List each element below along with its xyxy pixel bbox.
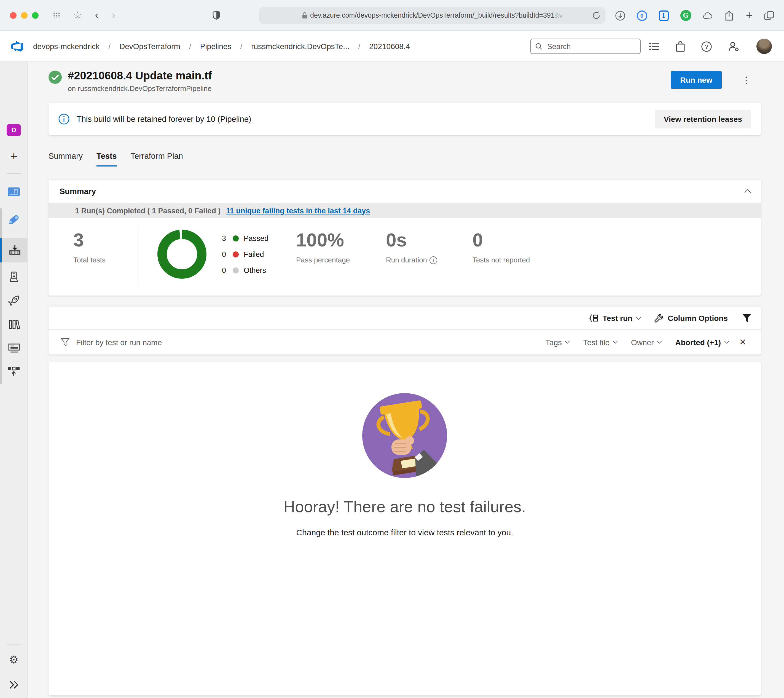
search-box[interactable] (530, 39, 641, 54)
forward-button[interactable]: › (112, 9, 115, 21)
retention-banner: This build will be retained forever by 1… (48, 103, 761, 135)
test-statistics: 3 Total tests 3Passed 0Fa (48, 218, 761, 296)
overview-icon[interactable] (0, 181, 28, 203)
others-dot-icon (233, 267, 239, 273)
build-tabs: Summary Tests Terraform Plan (48, 151, 784, 166)
runs-completed-text: 1 Run(s) Completed ( 1 Passed, 0 Failed … (75, 206, 221, 215)
address-bar[interactable]: dev.azure.com/devops-mckendrick/DevOpsTe… (259, 7, 605, 24)
marketplace-bag-icon[interactable] (676, 41, 685, 51)
filter-toggle-icon[interactable] (742, 314, 751, 323)
breadcrumb-organization[interactable]: devops-mckendrick (33, 42, 99, 51)
breadcrumb-separator: / (240, 42, 242, 51)
privacy-shield-icon[interactable] (212, 10, 221, 20)
breadcrumb-separator: / (189, 42, 191, 51)
tags-filter-dropdown[interactable]: Tags (545, 338, 569, 347)
run-duration-stat: 0s Run durationi (386, 230, 438, 264)
test-plans-icon[interactable] (0, 290, 28, 311)
empty-state-title: Hooray! There are no test failures. (283, 498, 526, 516)
browser-toolbar-right: 0 I G + (615, 0, 784, 31)
svg-text:?: ? (705, 43, 708, 50)
downloads-icon[interactable] (615, 10, 625, 20)
azure-devops-logo-icon[interactable] (10, 40, 24, 53)
pass-percentage-stat: 100% Pass percentage (296, 230, 350, 264)
my-work-items-icon[interactable] (649, 42, 659, 51)
collapse-chevron-icon[interactable] (744, 189, 751, 196)
tab-summary[interactable]: Summary (48, 151, 83, 166)
search-input[interactable] (546, 42, 636, 51)
tab-switcher-icon[interactable] (764, 10, 774, 20)
retention-message: This build will be retained forever by 1… (77, 115, 251, 123)
sidebar-item-builds-active[interactable] (0, 238, 28, 262)
breadcrumb-pipeline-name[interactable]: russmckendrick.DevOpsTe... (251, 42, 349, 51)
task-groups-icon[interactable] (0, 337, 28, 359)
breadcrumb-project[interactable]: DevOpsTerraform (119, 42, 180, 51)
tab-tests[interactable]: Tests (97, 151, 117, 166)
lock-icon (302, 12, 307, 19)
group-by-dropdown[interactable]: Test run (589, 314, 640, 323)
donut-legend: 3Passed 0Failed 0Others (218, 230, 268, 278)
test-results-toolbar-card: Test run Column Options Tags Test file O… (48, 307, 761, 354)
test-file-filter-dropdown[interactable]: Test file (583, 338, 617, 347)
filter-bar: Tags Test file Owner Aborted (+1) ✕ (48, 329, 761, 354)
view-retention-leases-button[interactable]: View retention leases (655, 110, 751, 128)
icloud-icon[interactable] (703, 10, 713, 20)
bookmarks-star-icon[interactable]: ☆ (73, 10, 82, 20)
share-icon[interactable] (724, 10, 734, 20)
close-filter-icon[interactable]: ✕ (739, 337, 746, 347)
header-icons: ? (649, 31, 784, 62)
tests-summary-card: Summary 1 Run(s) Completed ( 1 Passed, 0… (48, 180, 761, 296)
breadcrumb-pipelines[interactable]: Pipelines (200, 42, 232, 51)
library-icon[interactable] (0, 313, 28, 335)
column-options-label: Column Options (668, 314, 728, 323)
group-by-icon (589, 314, 598, 322)
settings-gear-icon[interactable]: ⚙ (0, 649, 28, 670)
deployment-groups-icon[interactable] (0, 361, 28, 383)
user-avatar[interactable] (756, 39, 772, 54)
passed-dot-icon (233, 235, 239, 242)
project-avatar[interactable]: D (0, 119, 28, 141)
filter-input[interactable] (75, 337, 531, 347)
grammarly-icon[interactable]: G (680, 10, 691, 21)
expand-sidebar-icon[interactable] (0, 674, 28, 696)
results-toolbar: Test run Column Options (48, 307, 761, 329)
run-new-button[interactable]: Run new (671, 71, 722, 89)
failing-tests-link[interactable]: 11 unique failing tests in the last 14 d… (226, 206, 370, 215)
outcome-filter-dropdown[interactable]: Aborted (+1) (675, 338, 728, 347)
breadcrumb-separator: / (358, 42, 361, 51)
search-icon (535, 43, 542, 50)
runs-summary-bar: 1 Run(s) Completed ( 1 Passed, 0 Failed … (48, 203, 761, 218)
breadcrumb-build-number[interactable]: 20210608.4 (369, 42, 410, 51)
tab-terraform-plan[interactable]: Terraform Plan (131, 151, 183, 166)
legend-others: 0Others (218, 262, 268, 278)
builds-icon (8, 245, 21, 256)
back-button[interactable]: ‹ (95, 9, 99, 21)
stats-divider (138, 225, 138, 287)
close-window-button[interactable] (10, 12, 16, 18)
zoom-window-button[interactable] (32, 12, 39, 18)
onepassword-icon[interactable]: 0 (636, 10, 647, 21)
wrench-icon (654, 314, 663, 323)
new-tab-icon[interactable]: + (746, 9, 753, 22)
duration-info-icon[interactable]: i (430, 256, 438, 264)
boards-icon[interactable] (0, 208, 28, 230)
build-header: #20210608.4 Update main.tf on russmckend… (28, 62, 784, 93)
success-check-icon (48, 71, 62, 84)
legend-failed: 0Failed (218, 247, 268, 262)
column-options-button[interactable]: Column Options (654, 314, 728, 323)
tests-not-reported-stat: 0 Tests not reported (473, 230, 530, 264)
breadcrumb-separator: / (108, 42, 110, 51)
tab-overview-icon[interactable] (53, 12, 61, 18)
add-icon[interactable]: + (0, 146, 28, 168)
minimize-window-button[interactable] (21, 12, 28, 18)
pass-donut-chart (153, 226, 211, 283)
chevron-down-icon (636, 315, 641, 320)
user-settings-icon[interactable] (728, 41, 740, 51)
help-icon[interactable]: ? (701, 41, 712, 51)
owner-filter-dropdown[interactable]: Owner (631, 338, 661, 347)
trophy-illustration (362, 393, 447, 478)
releases-icon[interactable] (0, 266, 28, 288)
instapaper-icon[interactable]: I (659, 10, 669, 21)
more-options-kebab-icon[interactable]: ⋮ (741, 74, 751, 86)
reload-icon[interactable] (592, 11, 600, 20)
total-tests-stat: 3 Total tests (73, 230, 105, 264)
